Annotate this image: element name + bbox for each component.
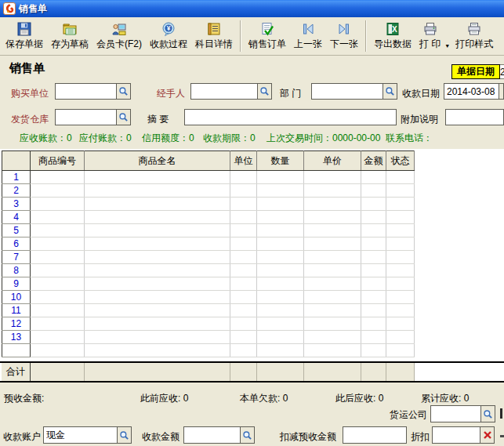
- save-draft-button[interactable]: 存为草稿: [47, 18, 92, 54]
- table-cell[interactable]: [257, 317, 304, 331]
- print-button[interactable]: 打 印: [415, 18, 444, 54]
- table-cell[interactable]: [386, 264, 415, 277]
- account-input[interactable]: [44, 427, 117, 443]
- discount-clear-button[interactable]: [480, 427, 494, 443]
- table-cell[interactable]: [31, 171, 85, 184]
- table-cell[interactable]: [230, 331, 257, 344]
- table-cell[interactable]: [31, 344, 85, 357]
- department-input[interactable]: [312, 84, 383, 99]
- titlebar[interactable]: 销售单: [0, 0, 504, 17]
- table-cell[interactable]: [386, 198, 415, 211]
- table-cell[interactable]: [361, 184, 386, 198]
- table-cell[interactable]: [304, 291, 361, 304]
- payment-process-button[interactable]: ¥ 收款过程: [146, 18, 191, 54]
- table-cell[interactable]: [230, 211, 257, 224]
- col-quantity[interactable]: 数量: [257, 151, 304, 171]
- table-cell[interactable]: [230, 251, 257, 264]
- col-status[interactable]: 状态: [386, 151, 415, 171]
- discount-input[interactable]: [433, 427, 480, 443]
- table-cell[interactable]: [230, 317, 257, 331]
- table-cell[interactable]: [230, 344, 257, 357]
- table-cell[interactable]: [230, 277, 257, 291]
- save-document-button[interactable]: 保存单据: [2, 18, 47, 54]
- table-cell[interactable]: [304, 277, 361, 291]
- table-cell[interactable]: [361, 317, 386, 331]
- department-search-button[interactable]: [383, 84, 397, 99]
- table-cell[interactable]: [257, 251, 304, 264]
- table-cell[interactable]: [230, 291, 257, 304]
- table-cell[interactable]: [386, 238, 415, 251]
- table-cell[interactable]: [386, 211, 415, 224]
- table-cell[interactable]: [85, 238, 230, 251]
- table-cell[interactable]: [386, 291, 415, 304]
- table-cell[interactable]: [304, 344, 361, 357]
- table-cell[interactable]: [230, 198, 257, 211]
- table-cell[interactable]: [31, 277, 85, 291]
- col-product-name[interactable]: 商品全名: [85, 151, 230, 171]
- amount-search-button[interactable]: [240, 427, 254, 443]
- table-cell[interactable]: [386, 224, 415, 238]
- handler-search-button[interactable]: [257, 84, 271, 99]
- table-cell[interactable]: [304, 224, 361, 238]
- next-button[interactable]: 下一张: [326, 18, 362, 54]
- table-cell[interactable]: [304, 171, 361, 184]
- table-cell[interactable]: [230, 238, 257, 251]
- table-cell[interactable]: [230, 171, 257, 184]
- table-cell[interactable]: [304, 184, 361, 198]
- amount-input[interactable]: [184, 427, 240, 443]
- table-cell[interactable]: [31, 317, 85, 331]
- table-cell[interactable]: [31, 331, 85, 344]
- payment-date-input[interactable]: [444, 84, 499, 99]
- table-cell[interactable]: [85, 277, 230, 291]
- table-cell[interactable]: [85, 344, 230, 357]
- buyer-search-button[interactable]: [116, 84, 130, 99]
- table-cell[interactable]: [386, 344, 415, 357]
- table-cell[interactable]: [386, 184, 415, 198]
- table-cell[interactable]: [386, 317, 415, 331]
- table-cell[interactable]: [257, 211, 304, 224]
- warehouse-input[interactable]: [56, 110, 116, 125]
- table-cell[interactable]: [361, 344, 386, 357]
- table-cell[interactable]: [257, 264, 304, 277]
- table-cell[interactable]: [257, 184, 304, 198]
- note-input[interactable]: [446, 110, 503, 125]
- table-cell[interactable]: [361, 304, 386, 317]
- subject-details-button[interactable]: 科目详情: [191, 18, 237, 54]
- table-cell[interactable]: [85, 264, 230, 277]
- table-cell[interactable]: [361, 198, 386, 211]
- table-cell[interactable]: [31, 291, 85, 304]
- table-cell[interactable]: [386, 331, 415, 344]
- account-search-button[interactable]: [117, 427, 131, 443]
- summary-input[interactable]: [185, 110, 396, 125]
- table-cell[interactable]: [361, 291, 386, 304]
- table-cell[interactable]: [304, 331, 361, 344]
- table-cell[interactable]: [230, 264, 257, 277]
- table-cell[interactable]: [257, 331, 304, 344]
- warehouse-search-button[interactable]: [116, 110, 130, 125]
- table-cell[interactable]: [304, 238, 361, 251]
- table-cell[interactable]: [31, 238, 85, 251]
- table-cell[interactable]: [361, 277, 386, 291]
- table-cell[interactable]: [386, 251, 415, 264]
- table-cell[interactable]: [31, 304, 85, 317]
- table-cell[interactable]: [257, 344, 304, 357]
- print-style-button[interactable]: 打印样式: [451, 18, 497, 54]
- table-cell[interactable]: [304, 264, 361, 277]
- table-cell[interactable]: [85, 331, 230, 344]
- table-cell[interactable]: [304, 211, 361, 224]
- table-cell[interactable]: [85, 224, 230, 238]
- table-cell[interactable]: [361, 251, 386, 264]
- table-cell[interactable]: [85, 184, 230, 198]
- table-cell[interactable]: [304, 304, 361, 317]
- table-cell[interactable]: [31, 184, 85, 198]
- table-cell[interactable]: [85, 171, 230, 184]
- doc-date-field-clipped[interactable]: 2: [500, 64, 504, 79]
- table-cell[interactable]: [361, 224, 386, 238]
- table-cell[interactable]: [361, 171, 386, 184]
- freight-input[interactable]: [431, 406, 480, 422]
- table-cell[interactable]: [85, 198, 230, 211]
- table-cell[interactable]: [304, 317, 361, 331]
- table-cell[interactable]: [85, 291, 230, 304]
- col-product-code[interactable]: 商品编号: [31, 151, 85, 171]
- table-cell[interactable]: [257, 304, 304, 317]
